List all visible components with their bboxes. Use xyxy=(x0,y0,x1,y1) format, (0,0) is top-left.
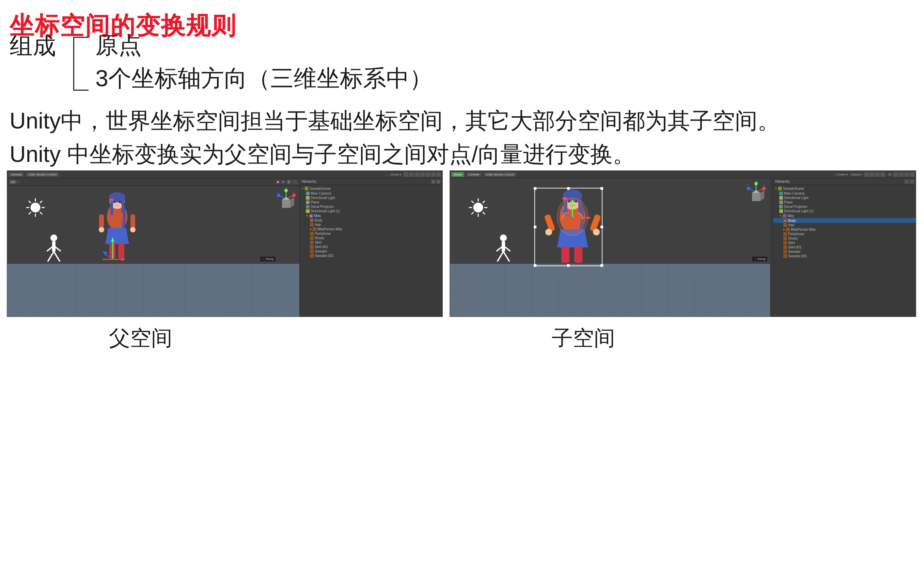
hier-item-decal-2[interactable]: D Decal Projector xyxy=(773,205,916,209)
svg-marker-84 xyxy=(560,209,565,212)
hier-item-plane-2[interactable]: Plane xyxy=(773,200,916,205)
hier-item-dirlight2-2[interactable]: Directional Light (1) xyxy=(773,209,916,213)
svg-line-55 xyxy=(483,212,485,214)
hier-item-plane[interactable]: ■ Plane xyxy=(300,200,442,205)
svg-rect-0 xyxy=(7,264,300,317)
hier-btn-3[interactable] xyxy=(905,180,909,184)
hier-item-shoes-2[interactable]: Shoes xyxy=(773,236,916,240)
svg-rect-70 xyxy=(574,247,583,263)
hierarchy-header-1: Hierarchy a ✕ xyxy=(300,178,442,185)
gizmo-cube-child: X Z Y xyxy=(745,181,767,203)
hier-btn-2[interactable]: ✕ xyxy=(436,180,440,184)
svg-line-54 xyxy=(472,201,473,203)
lamp-icon-child xyxy=(494,234,513,266)
viewport-child: X Z Y ← Persp xyxy=(450,178,770,317)
hier-item-body-2-selected[interactable]: B Body xyxy=(773,218,916,223)
tab-console2[interactable]: Console xyxy=(466,172,482,177)
svg-text:Y: Y xyxy=(756,181,757,183)
svg-line-60 xyxy=(498,252,503,261)
hier-btn-1[interactable]: a xyxy=(431,180,435,184)
hier-item-skirt001-2[interactable]: Skirt.001 xyxy=(773,245,916,250)
hierarchy-list-1: ▼ S SampleScene ▤ Main Camera ✦ Directio… xyxy=(300,185,442,259)
hier-item-mitaperson[interactable]: ▶ MitaPerson Mita xyxy=(300,227,442,231)
label-parent: 父空间 xyxy=(109,324,172,352)
hier-item-maincam[interactable]: ▤ Main Camera xyxy=(300,191,442,196)
hier-item-hair[interactable]: Hair xyxy=(300,222,442,227)
svg-text:Z: Z xyxy=(746,184,748,187)
hier-item-shoes[interactable]: Shoes xyxy=(300,236,442,240)
sun-icon-child xyxy=(468,197,489,218)
svg-text:X: X xyxy=(293,190,295,193)
transform-gizmo xyxy=(552,197,593,238)
svg-line-13 xyxy=(54,252,60,261)
svg-line-34 xyxy=(105,254,113,259)
svg-rect-45 xyxy=(282,200,290,208)
gizmo-cube: X Z Y xyxy=(275,188,297,210)
hier-item-maincam-2[interactable]: Main Camera xyxy=(773,191,916,196)
svg-text:X: X xyxy=(763,184,765,187)
svg-marker-82 xyxy=(571,199,574,203)
svg-line-12 xyxy=(48,252,54,261)
grid-svg xyxy=(7,264,300,317)
tab-console[interactable]: Console xyxy=(8,172,24,177)
hier-item-skirt[interactable]: Skirt xyxy=(300,240,442,245)
hier-item-sweater001[interactable]: Sweater.001 xyxy=(300,253,442,258)
svg-point-73 xyxy=(545,229,552,235)
svg-point-49 xyxy=(473,203,483,212)
svg-marker-47 xyxy=(290,197,294,208)
tab-scene[interactable]: Scene xyxy=(451,172,464,177)
screenshot-parent: Console Unity Version Control ⌂ Global ▾ xyxy=(7,170,443,317)
hier-item-mitaperson-2[interactable]: ▶ MitaPerson Mita xyxy=(773,227,916,232)
label-child: 子空间 xyxy=(552,324,615,352)
hier-item-pantyhose-2[interactable]: Pantyhose xyxy=(773,232,916,236)
svg-rect-29 xyxy=(109,199,113,201)
svg-point-25 xyxy=(99,227,104,232)
ground xyxy=(7,264,300,317)
svg-marker-35 xyxy=(102,252,108,255)
svg-point-10 xyxy=(50,234,57,241)
bracket-line xyxy=(73,37,74,89)
sun-icon xyxy=(25,197,46,218)
hierarchy-title-2: Hierarchy xyxy=(775,180,790,183)
hier-item-samplescene[interactable]: ▼ S SampleScene xyxy=(300,186,442,191)
bracket-top xyxy=(73,37,89,38)
hier-item-decal[interactable]: D Decal Projector xyxy=(300,205,442,209)
hierarchy-title-1: Hierarchy xyxy=(302,180,316,183)
hier-item-skirt-2[interactable]: Skirt xyxy=(773,240,916,245)
svg-rect-48 xyxy=(450,264,770,317)
hier-item-hair-2[interactable]: Hair xyxy=(773,223,916,227)
hier-item-body[interactable]: B Body xyxy=(300,218,442,222)
tab-version-control2[interactable]: Unity Version Control xyxy=(484,172,517,177)
svg-marker-33 xyxy=(121,258,126,261)
hier-item-dirlight[interactable]: ✦ Directional Light xyxy=(300,196,442,200)
svg-marker-80 xyxy=(587,216,591,219)
hier-item-sweater-2[interactable]: Sweater xyxy=(773,250,916,254)
svg-line-9 xyxy=(29,212,31,214)
hier-item-skirt001[interactable]: Skirt.001 xyxy=(300,245,442,249)
bracket-bottom xyxy=(73,89,89,91)
hier-item-dirlight2[interactable]: ✦ Directional Light (1) xyxy=(300,209,442,213)
svg-point-27 xyxy=(113,201,115,203)
hier-item-samplescene-2[interactable]: ▼ S SampleScene xyxy=(773,186,916,191)
svg-point-39 xyxy=(292,193,296,197)
move-gizmo xyxy=(99,235,126,263)
svg-point-89 xyxy=(747,187,750,190)
svg-text:Z: Z xyxy=(277,190,278,193)
svg-rect-24 xyxy=(130,214,135,229)
grid-svg-child xyxy=(450,264,770,317)
hier-item-dirlight-2[interactable]: Directional Light xyxy=(773,196,916,200)
hier-btn-4[interactable] xyxy=(910,180,914,184)
hier-item-pantyhose[interactable]: Pantyhose xyxy=(300,231,442,236)
svg-line-7 xyxy=(40,212,42,214)
hier-item-mita[interactable]: ▼ M Mita xyxy=(300,213,442,218)
svg-line-56 xyxy=(483,201,485,203)
svg-line-8 xyxy=(40,201,42,203)
hier-item-mita-2[interactable]: ▼ Mita xyxy=(773,213,916,218)
svg-point-40 xyxy=(277,193,280,197)
hierarchy-header-2: Hierarchy xyxy=(773,178,916,185)
tab-version-control[interactable]: Unity Version Control xyxy=(26,172,59,177)
bracket-item2: 3个坐标轴方向（三维坐标系中） xyxy=(95,63,432,94)
hier-item-sweater001-2[interactable]: Sweater.001 xyxy=(773,254,916,258)
hier-item-sweater[interactable]: Sweater xyxy=(300,249,442,253)
svg-rect-23 xyxy=(99,214,104,229)
